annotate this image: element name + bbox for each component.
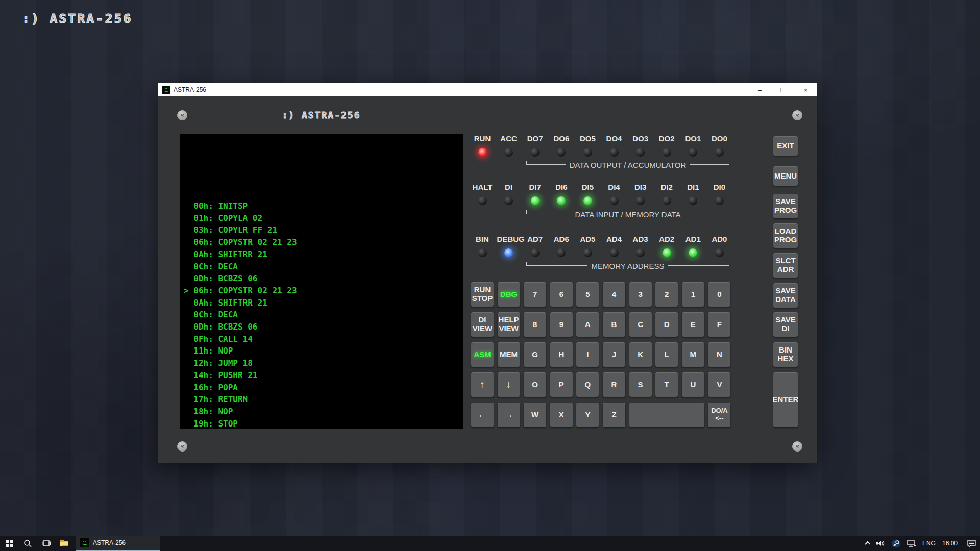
led-label: AD6 xyxy=(550,235,573,245)
key-q[interactable]: Q xyxy=(576,372,599,397)
led-label: RUN xyxy=(471,134,494,144)
key-y[interactable]: Y xyxy=(576,403,599,427)
key-3[interactable]: 3 xyxy=(629,282,652,307)
task-view-button[interactable] xyxy=(37,536,55,551)
key-8[interactable]: 8 xyxy=(524,312,546,337)
key-z[interactable]: Z xyxy=(603,403,625,427)
network-icon[interactable] xyxy=(907,540,916,547)
key-t[interactable]: T xyxy=(655,372,678,397)
led-label: DO7 xyxy=(523,134,547,144)
key-0[interactable]: 0 xyxy=(708,282,730,307)
key-di-view[interactable]: DIVIEW xyxy=(471,312,494,337)
key-n[interactable]: N xyxy=(708,342,730,367)
key-9[interactable]: 9 xyxy=(550,312,573,337)
clock[interactable]: 16:00 xyxy=(942,540,958,547)
key-o[interactable]: O xyxy=(524,372,546,397)
button-save-data[interactable]: SAVEDATA xyxy=(773,283,798,308)
key-asm[interactable]: ASM xyxy=(471,342,494,367)
start-button[interactable] xyxy=(0,536,18,551)
key-6[interactable]: 6 xyxy=(550,282,573,307)
led-indicator-ad2 xyxy=(663,248,671,257)
button-save-di[interactable]: SAVEDI xyxy=(773,312,798,337)
key-l[interactable]: L xyxy=(655,342,678,367)
minimize-button[interactable]: – xyxy=(748,83,771,96)
key-c[interactable]: C xyxy=(629,312,652,337)
key-blank[interactable] xyxy=(629,403,704,427)
key-a[interactable]: A xyxy=(576,312,599,337)
key-d[interactable]: D xyxy=(655,312,678,337)
key-g[interactable]: G xyxy=(524,342,546,367)
key-do-a[interactable]: DO/A<-- xyxy=(708,403,730,427)
volume-icon[interactable] xyxy=(876,540,885,547)
led-label: AD3 xyxy=(629,235,652,245)
button-label: HEX xyxy=(778,355,794,363)
led-indicator-ad1 xyxy=(689,248,697,257)
language-indicator[interactable]: ENG xyxy=(922,540,936,547)
window-titlebar: :) ASTRA-256 – × xyxy=(158,83,817,96)
close-button[interactable]: × xyxy=(794,83,817,96)
key-right-arrow[interactable]: → xyxy=(498,403,520,427)
led-ad4: AD4 xyxy=(602,235,626,257)
button-load-prog[interactable]: LOADPROG xyxy=(773,223,798,248)
key-label: HELP xyxy=(499,316,519,324)
button-label: ENTER xyxy=(773,395,799,404)
key-v[interactable]: V xyxy=(708,372,730,397)
key-label: Z xyxy=(611,411,616,419)
notification-center-icon[interactable] xyxy=(967,540,976,547)
maximize-button[interactable] xyxy=(771,83,794,96)
button-bin-hex[interactable]: BINHEX xyxy=(773,342,798,367)
key-7[interactable]: 7 xyxy=(524,282,546,307)
taskbar-app-astra-256[interactable]: :) ASTRA-256 xyxy=(76,536,160,551)
key-run-stop[interactable]: RUNSTOP xyxy=(471,282,494,307)
key-left-arrow[interactable]: ← xyxy=(471,403,494,427)
key-down-arrow[interactable]: ↓ xyxy=(498,372,520,397)
key-b[interactable]: B xyxy=(603,312,625,337)
button-menu[interactable]: MENU xyxy=(773,166,798,186)
led-label: DO0 xyxy=(707,134,731,144)
button-exit[interactable]: EXIT xyxy=(773,136,798,156)
led-di4: DI4 xyxy=(602,183,626,205)
key-help-view[interactable]: HELPVIEW xyxy=(498,312,520,337)
key-i[interactable]: I xyxy=(576,342,599,367)
key-4[interactable]: 4 xyxy=(603,282,625,307)
button-enter[interactable]: ENTER xyxy=(773,372,798,427)
key-f[interactable]: F xyxy=(708,312,730,337)
key-h[interactable]: H xyxy=(550,342,573,367)
key-m[interactable]: M xyxy=(682,342,704,367)
key-j[interactable]: J xyxy=(603,342,625,367)
button-slct-adr[interactable]: SLCTADR xyxy=(773,253,798,278)
led-indicator-ad3 xyxy=(636,248,645,257)
key-dbg[interactable]: DBG xyxy=(498,282,520,307)
key-x[interactable]: X xyxy=(550,403,573,427)
steam-icon[interactable] xyxy=(892,539,900,548)
led-label: DI7 xyxy=(523,183,547,193)
key-r[interactable]: R xyxy=(603,372,625,397)
key-e[interactable]: E xyxy=(682,312,704,337)
led-label: DI3 xyxy=(629,183,652,193)
search-button[interactable] xyxy=(18,536,37,551)
led-di6: DI6 xyxy=(550,183,573,205)
file-explorer-button[interactable] xyxy=(55,536,74,551)
key-label: P xyxy=(559,381,564,389)
key-k[interactable]: K xyxy=(629,342,652,367)
key-w[interactable]: W xyxy=(524,403,546,427)
key-label: T xyxy=(665,381,669,389)
key-1[interactable]: 1 xyxy=(682,282,704,307)
key-u[interactable]: U xyxy=(682,372,704,397)
button-label: DI xyxy=(782,324,790,333)
key-mem[interactable]: MEM xyxy=(498,342,520,367)
led-do0: DO0 xyxy=(707,134,731,157)
key-label: RUN xyxy=(474,286,491,294)
button-label: EXIT xyxy=(777,142,794,151)
key-s[interactable]: S xyxy=(629,372,652,397)
key-up-arrow[interactable]: ↑ xyxy=(471,372,494,397)
hidden-icons-chevron[interactable] xyxy=(865,541,870,547)
key-p[interactable]: P xyxy=(550,372,573,397)
led-label: DEBUG xyxy=(497,235,521,245)
button-save-prog[interactable]: SAVEPROG xyxy=(773,194,798,218)
key-5[interactable]: 5 xyxy=(576,282,599,307)
key-label: 9 xyxy=(559,320,564,329)
key-2[interactable]: 2 xyxy=(655,282,678,307)
button-label: SAVE xyxy=(775,316,796,324)
led-ad3: AD3 xyxy=(629,235,652,257)
